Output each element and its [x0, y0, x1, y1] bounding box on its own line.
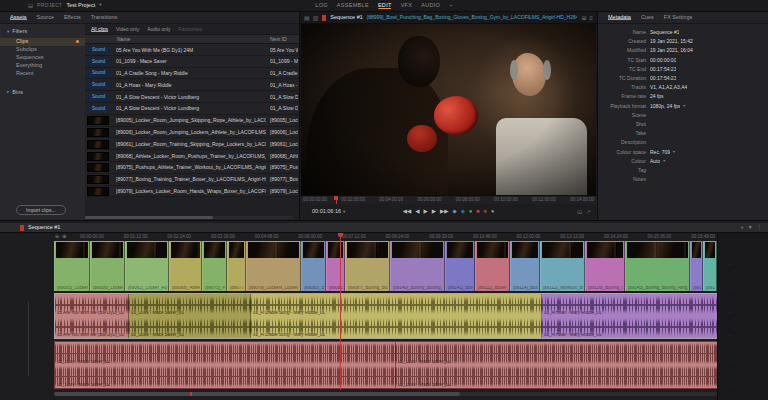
track-tool-icon[interactable]: ∙∙	[728, 263, 735, 268]
goto-end-icon[interactable]: ▶▶	[440, 209, 448, 215]
track-tool-icon[interactable]: ∙∙	[728, 384, 735, 389]
timeline-scrollbar-thumb[interactable]	[54, 392, 460, 396]
asset-row[interactable]: [89077]_Boxing_Training_Trainer_Boxer_by…	[85, 174, 299, 186]
track-tool-icon[interactable]: ∙∙	[728, 311, 735, 316]
tab-audio[interactable]: AUDIO	[421, 3, 440, 9]
metadata-value[interactable]: Auto	[650, 159, 660, 164]
metadata-value[interactable]: 1080p, 24 fps	[650, 104, 680, 109]
sidebar-item-everything[interactable]: Everything	[0, 62, 85, 70]
timeline-video-clip[interactable]: [89147]	[703, 241, 717, 291]
timeline-add-icon[interactable]: +	[741, 225, 744, 231]
tab-favourites[interactable]: Favourites	[179, 27, 202, 32]
timeline-audio-clip[interactable]: 01_1099 - Mace Saver_02	[396, 342, 718, 365]
track-tool-icon[interactable]: ∙∙	[728, 360, 735, 365]
timeline-video-clip[interactable]: [89111]_Boxer_Box	[475, 241, 510, 291]
filters-tree-header[interactable]: ▾ Filters	[0, 24, 85, 38]
timeline-audio-clip[interactable]: 01_1099 - Mace Saver_02	[55, 365, 396, 388]
timeline-ruler[interactable]: 00:00:00:0000:01:12:0000:02:24:0000:03:3…	[78, 235, 717, 240]
project-name[interactable]: Test Project	[66, 3, 95, 9]
timeline-video-clip[interactable]: [89006]_Locker_Ro	[90, 241, 125, 291]
metadata-value[interactable]: Rec. 709	[650, 150, 670, 155]
fullscreen-icon[interactable]: ⊡	[577, 209, 582, 215]
timeline-video-clip[interactable]: [89075]_Push	[202, 241, 227, 291]
export-icon[interactable]: ↗	[586, 209, 591, 215]
timeline-video-clip[interactable]: [89077]_B	[227, 241, 246, 291]
timeline-menu-icon[interactable]: ⋮	[757, 225, 763, 231]
asset-row[interactable]: [89005]_Locker_Room_Jumping_Skipping_Rop…	[85, 115, 299, 127]
timeline-audio-clip[interactable]: 01_1099 - Mace Saver_01	[129, 316, 251, 338]
tab-effects[interactable]: Effects	[64, 15, 81, 21]
asset-row[interactable]: Sound01_A Hoax - Mary Riddle01_A Hoax - …	[85, 79, 299, 91]
tab-edit[interactable]: EDIT	[378, 3, 392, 10]
project-home-icon[interactable]: ⊟	[28, 3, 33, 9]
timeline-audio-clip[interactable]: 01_1099 - Mace Saver_02	[55, 342, 396, 365]
zoom-out-icon[interactable]: ⊖	[55, 234, 59, 239]
mark-in-icon[interactable]: ■	[476, 209, 479, 215]
track-tool-icon[interactable]: ∙∙	[728, 288, 735, 293]
asset-row[interactable]: Sound01_1099 - Mace Saver01_1099 - Mace …	[85, 56, 299, 68]
timeline-video-clip[interactable]: [89116]_Boxing_Gym_B	[585, 241, 625, 291]
tab-all-clips[interactable]: All clips	[91, 27, 108, 32]
timeline-video-clip[interactable]: [89061]_Locker_Room_Trai	[125, 241, 169, 291]
tab-assemble[interactable]: ASSEMBLE	[337, 3, 369, 9]
asset-row[interactable]: [89079]_Lockers_Locker_Room_Hands_Wraps_…	[85, 186, 299, 198]
sidebar-item-recent[interactable]: Recent	[0, 70, 85, 78]
timeline-settings-icon[interactable]: ▾	[749, 225, 752, 231]
assets-scrollbar-thumb[interactable]	[85, 216, 213, 219]
asset-row[interactable]: Sound01_A Slow Descent - Victor Lundberg…	[85, 103, 299, 115]
tile-view-icon[interactable]: ▤	[304, 15, 310, 21]
viewer-menu-icon[interactable]: ≡	[589, 15, 593, 21]
loop-play-icon[interactable]: ●	[469, 209, 472, 215]
timeline-scrollbar[interactable]	[54, 392, 717, 396]
timeline-video-clip[interactable]: [89005]_Locker_Room_J	[54, 241, 90, 291]
timeline-audio-clip[interactable]: 01_1099 - Mace Saver_02	[396, 365, 718, 388]
tab-metadata[interactable]: Metadata	[608, 15, 631, 21]
track-tool-icon[interactable]: ∙∙	[728, 334, 735, 339]
frame-forward-icon[interactable]: ▶	[432, 209, 436, 215]
tab-source[interactable]: Source	[37, 15, 54, 21]
voiceover-icon[interactable]: ●	[491, 209, 494, 215]
timeline-playhead[interactable]	[340, 233, 341, 390]
tab-video-only[interactable]: Video only	[116, 27, 139, 32]
asset-row[interactable]: Sound01_A Cradle Song - Mary Riddle01_A …	[85, 68, 299, 80]
timeline-video-clip[interactable]: [89112]_Workout_Boxer_W	[540, 241, 585, 291]
timeline-video-clip[interactable]: [89087]_Boxing_Boxing_R	[345, 241, 390, 291]
play-icon[interactable]: ▶	[423, 209, 427, 215]
timeline-audio-clip[interactable]: 01_A Hoax - Mary Riddle_01	[542, 294, 718, 316]
timeline-video-clip[interactable]: [89140]_Boxing_Boxing_Ring	[390, 241, 445, 291]
timeline-video-clip[interactable]: [89141]_Boxing	[445, 241, 475, 291]
timeline-audio-clip[interactable]: 01_A Cradle Song - Mary Riddle_01	[251, 294, 542, 316]
bins-tree-header[interactable]: ▸ Bins	[0, 85, 85, 99]
timeline-sequence-tab[interactable]: Sequence #1	[28, 225, 60, 231]
asset-row[interactable]: [89075]_Pushups_Athlete_Trainer_Workout_…	[85, 162, 299, 174]
sidebar-item-sequences[interactable]: Sequences	[0, 54, 85, 62]
tab-fx-settings[interactable]: FX Settings	[664, 15, 692, 21]
tab-vfx[interactable]: VFX	[401, 3, 413, 9]
tab-cues[interactable]: Cues	[641, 15, 654, 21]
column-next-id[interactable]: Next ID	[270, 37, 287, 42]
asset-row[interactable]: [89061]_Locker_Room_Training_Skipping_Ro…	[85, 138, 299, 150]
assets-scrollbar[interactable]	[85, 216, 293, 219]
asset-row[interactable]: Sound01_A Slow Descent - Victor Lundberg…	[85, 91, 299, 103]
add-workspace-button[interactable]: +	[449, 3, 453, 9]
timeline-video-clip[interactable]: [89081]_Box	[326, 241, 345, 291]
mark-out-icon[interactable]: ■	[484, 209, 487, 215]
timeline-video-clip[interactable]: [89079]_Lockers_Locker_Room	[246, 241, 301, 291]
grid-view-icon[interactable]: ⊞	[581, 15, 586, 21]
tab-audio-only[interactable]: Audio only	[147, 27, 170, 32]
zoom-in-icon[interactable]: ⊕	[62, 234, 66, 239]
asset-row[interactable]: [89068]_Athlete_Locker_Room_Pushups_Trai…	[85, 150, 299, 162]
sidebar-item-clips[interactable]: Clips	[0, 38, 85, 46]
mark-section-icon[interactable]: ◆	[461, 209, 465, 215]
timeline-audio-clip[interactable]: 01_A Hoax - Mary Riddle_01	[542, 316, 718, 338]
timecode-display[interactable]: 00:01:06:16 ▾	[312, 209, 345, 215]
viewer-timebar[interactable]: 00:00:00:0000:02:00:0000:04:00:0000:06:0…	[300, 195, 597, 204]
timeline-audio-clip[interactable]: 01_A Cradle Song - Mary Riddle_01	[251, 316, 542, 338]
chevron-down-icon[interactable]: ▾	[99, 3, 101, 8]
asset-row[interactable]: [89006]_Locker_Room_Jumping_Lockers_Athl…	[85, 127, 299, 139]
frame-back-icon[interactable]: ◀	[415, 209, 419, 215]
asset-row[interactable]: Sound05 Are You With Me (BG Dy1) 24M05 A…	[85, 44, 299, 56]
column-name[interactable]: Name	[117, 37, 130, 42]
timeline-audio-clip[interactable]: 05 Are You With Me (BG Dy1)_01	[55, 294, 129, 316]
import-clips-button[interactable]: Import clips...	[16, 205, 66, 215]
